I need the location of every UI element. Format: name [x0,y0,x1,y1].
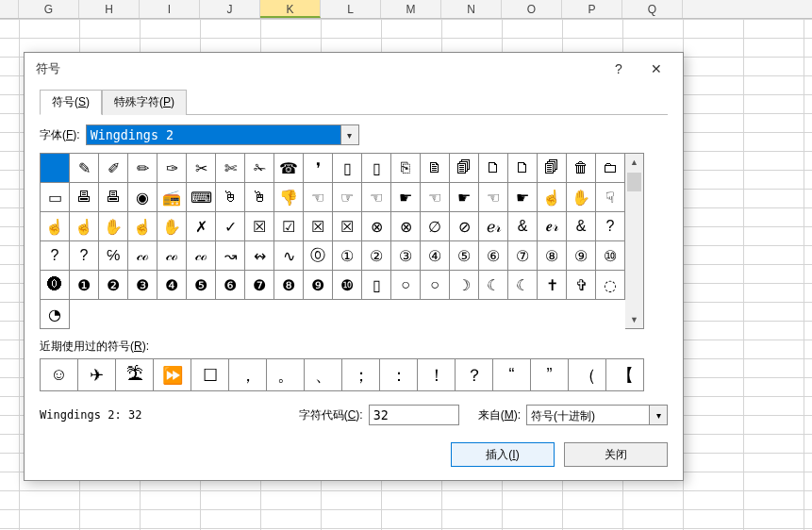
recent-symbol-cell[interactable]: ； [342,359,380,391]
symbol-cell[interactable]: ○ [421,271,450,300]
symbol-cell[interactable]: ↝ [216,241,245,271]
symbol-cell[interactable]: ▯ [362,271,391,300]
symbol-cell[interactable]: ℅ [99,241,128,271]
recent-symbol-cell[interactable]: 🏝 [116,359,154,391]
symbol-cell[interactable]: ☎ [274,154,304,183]
symbol-cell[interactable]: ⑧ [538,241,567,271]
symbol-cell[interactable]: ☛ [450,183,479,212]
symbol-cell[interactable]: 𝒸ℴ [157,241,187,271]
symbol-cell[interactable]: 🖱 [245,183,274,212]
symbol-cell[interactable]: ? [70,241,99,271]
insert-button[interactable]: 插入(I) [451,442,555,467]
symbol-cell[interactable]: ☒ [304,212,333,241]
symbol-cell[interactable]: ∅ [421,212,450,241]
dialog-titlebar[interactable]: 符号 ? ✕ [25,53,683,85]
symbol-cell[interactable]: ⊗ [362,212,391,241]
symbol-cell[interactable]: ☒ [245,212,274,241]
col-header-H[interactable]: H [79,0,140,18]
symbol-cell[interactable]: ☜ [362,183,391,212]
recent-symbol-cell[interactable]: ： [380,359,418,391]
symbol-cell[interactable]: ❷ [99,271,128,300]
symbol-cell[interactable]: ☛ [508,183,538,212]
symbol-cell[interactable]: ? [596,212,625,241]
symbol-scrollbar[interactable]: ▲ ▼ [625,153,644,329]
symbol-cell[interactable]: ▭ [41,183,70,212]
symbol-cell[interactable]: ▯ [362,154,391,183]
symbol-cell[interactable]: & [508,212,538,241]
symbol-cell[interactable]: ⑨ [567,241,596,271]
symbol-cell[interactable]: ☾ [479,271,508,300]
symbol-cell[interactable]: ⎘ [391,154,421,183]
symbol-cell[interactable]: ✄ [216,154,245,183]
recent-symbol-cell[interactable]: ！ [418,359,456,391]
symbol-cell[interactable]: ✋ [567,183,596,212]
tab-special[interactable]: 特殊字符(P) [102,90,187,115]
recent-symbol-cell[interactable]: “ [493,359,531,391]
recent-symbol-cell[interactable]: ✈ [78,359,116,391]
symbol-cell[interactable]: ☝ [41,212,70,241]
col-header-J[interactable]: J [200,0,260,18]
symbol-cell[interactable]: ? [41,241,70,271]
symbol-cell[interactable]: ✋ [99,212,128,241]
symbol-cell[interactable]: ❹ [157,271,187,300]
col-header-O[interactable]: O [502,0,562,18]
symbol-cell[interactable]: ⑤ [450,241,479,271]
symbol-cell[interactable]: ∿ [274,241,304,271]
symbol-cell[interactable]: ⓪ [304,241,333,271]
symbol-cell[interactable]: ✋ [157,212,187,241]
symbol-cell[interactable]: 📻 [157,183,187,212]
font-dropdown-button[interactable]: ▾ [340,124,359,145]
symbol-cell[interactable]: 👎 [274,183,304,212]
symbol-cell[interactable]: ✐ [99,154,128,183]
symbol-cell[interactable]: 🖶 [70,183,99,212]
col-header-M[interactable]: M [381,0,441,18]
symbol-cell[interactable]: ❾ [304,271,333,300]
symbol-cell[interactable] [41,154,70,183]
recent-symbol-cell[interactable]: ⏩ [154,359,191,391]
scroll-thumb[interactable] [627,173,641,191]
symbol-cell[interactable]: ❿ [333,271,362,300]
symbol-cell[interactable]: ✓ [216,212,245,241]
symbol-cell[interactable]: ✞ [567,271,596,300]
symbol-cell[interactable]: 🖰 [216,183,245,212]
close-button[interactable]: ✕ [638,55,675,83]
recent-symbol-cell[interactable]: 。 [267,359,305,391]
charcode-input[interactable] [369,405,459,425]
symbol-cell[interactable]: ↭ [245,241,274,271]
symbol-cell[interactable]: ✑ [157,154,187,183]
symbol-cell[interactable]: ⑥ [479,241,508,271]
symbol-cell[interactable]: ☜ [304,183,333,212]
symbol-cell[interactable]: ☝ [538,183,567,212]
scroll-up-icon[interactable]: ▲ [625,154,643,171]
symbol-cell[interactable]: ☒ [333,212,362,241]
symbol-cell[interactable]: ☛ [391,183,421,212]
symbol-cell[interactable]: 🗀 [596,154,625,183]
symbol-cell[interactable]: ✁ [245,154,274,183]
font-input[interactable] [86,124,340,145]
symbol-cell[interactable]: 🗐 [538,154,567,183]
symbol-cell[interactable]: 🗎 [421,154,450,183]
symbol-cell[interactable]: 𝒸ℴ [187,241,216,271]
symbol-cell[interactable]: ☑ [274,212,304,241]
recent-symbol-cell[interactable]: （ [569,359,606,391]
col-header-K[interactable]: K [260,0,321,18]
symbol-cell[interactable]: ⌨ [187,183,216,212]
symbol-cell[interactable]: ℯ𝓇 [479,212,508,241]
symbol-cell[interactable]: ◉ [128,183,157,212]
symbol-cell[interactable]: 🖶 [99,183,128,212]
symbol-cell[interactable]: ❜ [304,154,333,183]
symbol-cell[interactable]: ✎ [70,154,99,183]
col-header-N[interactable]: N [441,0,502,18]
symbol-cell[interactable]: ⓿ [41,271,70,300]
recent-symbol-cell[interactable]: 、 [305,359,342,391]
symbol-cell[interactable]: ❺ [187,271,216,300]
symbol-cell[interactable]: ✝ [538,271,567,300]
symbol-cell[interactable]: ☟ [596,183,625,212]
tab-symbols[interactable]: 符号(S) [40,90,102,115]
symbol-cell[interactable]: ☽ [450,271,479,300]
symbol-cell[interactable]: ⑦ [508,241,538,271]
symbol-cell[interactable]: ❻ [216,271,245,300]
from-select[interactable]: 符号(十进制) ▾ [526,405,668,425]
symbol-cell[interactable]: ⑩ [596,241,625,271]
symbol-cell[interactable]: ☾ [508,271,538,300]
